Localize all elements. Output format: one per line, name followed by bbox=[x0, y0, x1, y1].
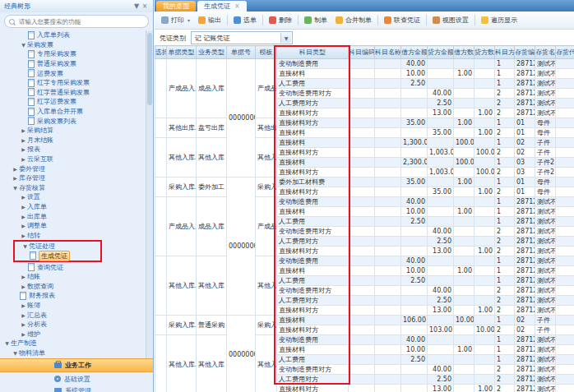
debit-amount-cell bbox=[401, 227, 428, 237]
inventory-alias-cell bbox=[556, 296, 574, 306]
credit-amount-cell: 2.50 bbox=[428, 375, 454, 385]
sidebar-item-node[interactable]: ▶出库单 bbox=[0, 211, 146, 221]
sidebar-item-label: 存货核算 bbox=[19, 183, 45, 192]
sidebar-item-node[interactable]: ▼生产制造 bbox=[0, 339, 146, 348]
sidebar-item-node[interactable]: 采购发票列表 bbox=[0, 116, 146, 126]
toolbar-button-view-settings[interactable]: 视图设置 bbox=[428, 14, 473, 26]
credit-amount-cell: 13.00 bbox=[428, 108, 454, 118]
sidebar-item-node[interactable]: 入库单列表 bbox=[0, 30, 146, 40]
debit-qty-cell bbox=[454, 59, 474, 69]
row-select-cell[interactable] bbox=[155, 59, 167, 118]
subject-name-cell bbox=[375, 266, 401, 276]
sidebar-scrollbar[interactable] bbox=[146, 30, 153, 358]
sidebar-item-node[interactable]: ▼存货核算 bbox=[0, 183, 146, 193]
sidebar-item-node[interactable]: ▶月末结账 bbox=[0, 136, 146, 145]
debit-amount-cell: 40.00 bbox=[401, 335, 428, 345]
direction-cell: 2 bbox=[495, 187, 515, 197]
search-input[interactable] bbox=[17, 17, 144, 26]
sidebar-item-node[interactable]: ▶调整单 bbox=[0, 221, 146, 231]
sidebar-item-node[interactable]: 红字普通采购发票 bbox=[0, 88, 146, 98]
sidebar-item-node[interactable]: ▶采购结算 bbox=[0, 126, 146, 136]
chevron-down-icon[interactable]: ▾ bbox=[187, 17, 190, 23]
bottom-nav-business-work[interactable]: 业务工作 bbox=[0, 358, 153, 372]
sidebar-item-node[interactable]: 查询凭证 bbox=[0, 262, 146, 272]
toolbar-button-make-voucher[interactable]: 制单 bbox=[300, 14, 331, 26]
credit-amount-cell: 35.00 bbox=[428, 187, 454, 197]
row-select-cell[interactable] bbox=[155, 118, 167, 138]
inventory-alias-cell bbox=[556, 237, 574, 247]
sidebar-item-generate-voucher[interactable]: 生成凭证 bbox=[15, 251, 100, 261]
toolbar-button-traverse[interactable]: 遍历显示 bbox=[477, 14, 521, 26]
toolbar-button-printer[interactable]: 打印▾ bbox=[157, 14, 194, 26]
toolbar-button-link-view[interactable]: 联查凭证 bbox=[380, 14, 424, 26]
pin-icon[interactable]: ▼ bbox=[132, 2, 141, 10]
sidebar-item-node[interactable]: ▼物料清单 bbox=[0, 348, 146, 358]
sidebar-item-node[interactable]: ▶账簿 bbox=[0, 301, 146, 311]
column-header-科目编码: 科目编码 bbox=[349, 46, 375, 59]
credit-amount-cell bbox=[428, 266, 454, 276]
sidebar-item-node[interactable]: ▶设置 bbox=[0, 192, 146, 202]
sidebar-item-node[interactable]: ▶云采互联 bbox=[0, 154, 146, 164]
subject-type-cell: 变动制造费用 bbox=[277, 197, 349, 207]
document-icon bbox=[28, 117, 35, 125]
sidebar-item-label: 红字运费发票 bbox=[37, 97, 76, 106]
toolbar-button-delete[interactable]: 删除 bbox=[265, 14, 296, 26]
debit-amount-cell bbox=[401, 89, 428, 99]
chevron-expanded-icon: ▼ bbox=[21, 243, 29, 249]
inventory-name-cell: 测试不... bbox=[535, 266, 556, 276]
sidebar-item-node[interactable]: 专用采购发票 bbox=[0, 49, 146, 59]
subject-code-cell bbox=[349, 325, 375, 335]
toolbar-button-select-doc[interactable]: 选单 bbox=[229, 14, 261, 26]
sidebar-item-node[interactable]: ▶结账 bbox=[0, 272, 146, 282]
bottom-nav-item[interactable]: 基础设置 bbox=[0, 374, 153, 384]
sidebar-item-node[interactable]: 红字专用采购发票 bbox=[0, 78, 146, 88]
inventory-alias-cell bbox=[556, 138, 574, 148]
row-select-cell[interactable] bbox=[155, 256, 167, 316]
inventory-code-cell: 287123 bbox=[515, 197, 535, 207]
voucher-category-select[interactable]: 记 记账凭证 ▼ bbox=[191, 31, 293, 44]
doc-no-cell: 00000000 bbox=[227, 178, 256, 316]
close-icon[interactable]: × bbox=[141, 2, 149, 10]
sidebar-item-node[interactable]: 财务报表 bbox=[0, 291, 146, 301]
row-select-cell[interactable] bbox=[155, 197, 167, 256]
sidebar-item-node[interactable]: ▶库存管理 bbox=[0, 173, 146, 183]
row-select-cell[interactable] bbox=[155, 138, 167, 178]
row-select-cell[interactable] bbox=[155, 178, 167, 197]
sidebar-item-node[interactable]: ▶委外管理 bbox=[0, 164, 146, 173]
debit-qty-cell bbox=[454, 237, 474, 247]
toolbar-button-merge-voucher[interactable]: 合并制单 bbox=[331, 14, 376, 26]
scrollbar-thumb[interactable] bbox=[147, 33, 152, 105]
debit-qty-cell: 1.00 bbox=[454, 118, 474, 128]
row-select-cell[interactable] bbox=[155, 316, 167, 335]
subject-name-cell bbox=[375, 207, 401, 217]
sidebar-item-node[interactable]: 红字运费发票 bbox=[0, 97, 146, 107]
sidebar-item-node[interactable]: ▶汇总表 bbox=[0, 310, 146, 320]
sidebar-item-node[interactable]: 入库单合并开票 bbox=[0, 107, 146, 117]
sidebar-item-node[interactable]: ▶维护 bbox=[0, 329, 146, 339]
tab-generate-voucher[interactable]: 生成凭证× bbox=[197, 1, 247, 12]
gear-icon bbox=[54, 376, 61, 382]
tab-my-desktop[interactable]: 我的桌面 bbox=[156, 1, 196, 12]
sidebar-item-node[interactable]: ▼采购发票 bbox=[0, 40, 146, 50]
biz-type-cell: 成品入库 bbox=[197, 197, 227, 256]
sidebar-item-label: 专用采购发票 bbox=[37, 49, 76, 58]
toolbar-button-export[interactable]: 输出 bbox=[194, 14, 225, 26]
sidebar-search bbox=[4, 15, 149, 28]
inventory-alias-cell bbox=[556, 266, 574, 276]
sidebar-item-node[interactable]: ▼凭证处理 bbox=[15, 242, 100, 251]
sidebar-item-node[interactable]: ▶入库单 bbox=[0, 202, 146, 212]
sidebar-item-node[interactable]: ▶数据查询 bbox=[0, 281, 146, 291]
sidebar-item-node[interactable]: 普通采购发票 bbox=[0, 59, 146, 69]
sidebar-item-node[interactable]: ▶结转 bbox=[0, 230, 146, 240]
sidebar-item-label: 普通采购发票 bbox=[37, 59, 76, 68]
bottom-nav-item[interactable]: 系统管理 bbox=[0, 385, 153, 392]
sidebar-item-node[interactable]: 运费发票 bbox=[0, 68, 146, 78]
direction-cell: 2 bbox=[495, 237, 515, 247]
debit-qty-cell bbox=[454, 227, 474, 237]
chevron-down-icon[interactable]: ▼ bbox=[280, 33, 291, 43]
sidebar-item-node[interactable]: ▶分析表 bbox=[0, 320, 146, 330]
sidebar-item-node[interactable]: ▶报表 bbox=[0, 145, 146, 154]
row-select-cell[interactable] bbox=[155, 335, 167, 392]
debit-qty-cell: 100.00 bbox=[454, 138, 474, 148]
tab-close-icon[interactable]: × bbox=[234, 2, 240, 10]
